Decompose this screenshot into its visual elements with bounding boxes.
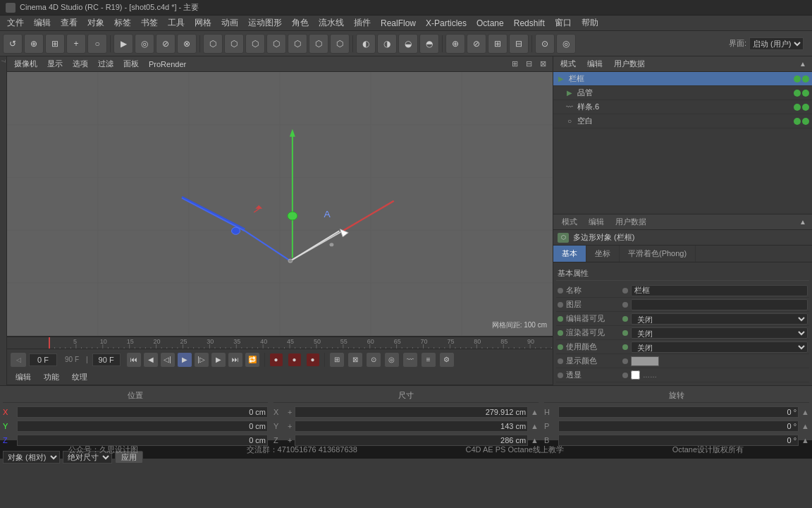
prop-tab-coord[interactable]: 坐标	[586, 246, 620, 262]
toolbar-btn-1-3[interactable]: ⊗	[177, 34, 197, 54]
obj-ctrl-dot1-2[interactable]	[794, 104, 801, 111]
menu-item-1[interactable]: 编辑	[30, 16, 55, 30]
prev-frame-btn[interactable]: ◀	[143, 352, 159, 368]
coord-type-select[interactable]: 对象 (相对)	[3, 451, 60, 464]
prop-tab-basic[interactable]: 基本	[553, 246, 586, 262]
end-frame-input[interactable]	[92, 353, 121, 366]
menu-item-12[interactable]: 插件	[350, 16, 375, 30]
viewport-icon-2[interactable]: ⊟	[523, 59, 534, 70]
toolbar-btn-2-4[interactable]: ⬡	[288, 34, 307, 54]
vp-prorender-menu[interactable]: ProRender	[146, 59, 189, 69]
anim-btn[interactable]: ◎	[384, 352, 400, 368]
coord-size-y-input[interactable]	[295, 421, 528, 432]
coord-pos-y-input[interactable]	[17, 421, 268, 432]
toolbar-btn-0-4[interactable]: ○	[87, 34, 107, 54]
toolbar-btn-1-2[interactable]: ⊘	[156, 34, 176, 54]
viewport-icon-1[interactable]: ⊞	[509, 59, 520, 70]
vp-display-menu[interactable]: 显示	[44, 58, 66, 70]
prop-tab-userdata[interactable]: 用户数据	[611, 215, 651, 229]
coord-rot-p-input[interactable]	[558, 421, 799, 432]
vp-filter-menu[interactable]: 过滤	[95, 58, 116, 70]
obj-ctrl-dot2-2[interactable]	[802, 104, 809, 111]
coord-rot-arr-b[interactable]: ▲	[801, 436, 809, 445]
menu-item-4[interactable]: 标签	[110, 16, 135, 30]
menu-item-15[interactable]: Octane	[472, 17, 508, 30]
prop-tab-phong[interactable]: 平滑着色(Phong)	[620, 246, 696, 262]
menu-item-8[interactable]: 动画	[217, 16, 242, 30]
menu-item-0[interactable]: 文件	[3, 16, 28, 30]
tab-texture[interactable]: 纹理	[68, 370, 92, 384]
object-row-0[interactable]: ▶ 栏框	[553, 72, 812, 86]
vp-options-menu[interactable]: 选项	[70, 58, 91, 70]
coord-size-arr-y[interactable]: ▲	[531, 422, 539, 430]
menu-item-13[interactable]: RealFlow	[376, 17, 420, 30]
goto-start-btn[interactable]: ⏮	[126, 352, 142, 368]
toolbar-btn-4-3[interactable]: ⊟	[509, 34, 529, 54]
obj-ctrl-dot1-1[interactable]	[794, 90, 801, 97]
obj-tab-userdata[interactable]: 用户数据	[611, 57, 648, 71]
prop-select-render[interactable]: 关闭开启	[631, 327, 808, 339]
interface-select[interactable]: 启动 (用户)	[749, 37, 804, 50]
prop-tab-edit[interactable]: 编辑	[584, 215, 608, 229]
prop-value-name[interactable]	[631, 285, 808, 296]
3d-viewport[interactable]: A 网格间距: 100 cm	[7, 72, 553, 336]
toolbar-btn-3-3[interactable]: ◓	[419, 34, 439, 54]
obj-tab-edit[interactable]: 编辑	[584, 57, 605, 71]
toolbar-btn-2-3[interactable]: ⬡	[266, 34, 286, 54]
tab-edit[interactable]: 编辑	[11, 370, 35, 384]
menu-item-18[interactable]: 帮助	[577, 16, 603, 30]
goto-end-btn[interactable]: ⏭	[228, 352, 243, 368]
toolbar-btn-0-2[interactable]: ⊞	[45, 34, 65, 54]
record-btn[interactable]: ●	[269, 353, 283, 367]
obj-icon-1[interactable]: ▲	[798, 59, 808, 69]
curve-btn[interactable]: 〰	[402, 352, 418, 368]
object-row-2[interactable]: 〰 样条.6	[553, 100, 812, 114]
record-rot-btn[interactable]: ●	[306, 353, 320, 367]
key-add-btn[interactable]: ⊞	[329, 352, 345, 368]
coord-rot-arr-p[interactable]: ▲	[801, 422, 809, 430]
toolbar-btn-1-0[interactable]: ▶	[113, 34, 133, 54]
toolbar-btn-0-0[interactable]: ↺	[3, 34, 23, 54]
timeline-btn[interactable]: ≡	[421, 352, 436, 368]
settings-btn2[interactable]: ⚙	[439, 352, 455, 368]
obj-tab-mode[interactable]: 模式	[558, 57, 579, 71]
toolbar-btn-1-1[interactable]: ◎	[135, 34, 154, 54]
current-frame-input[interactable]	[29, 353, 57, 366]
obj-ctrl-dot1-0[interactable]	[794, 75, 801, 83]
menu-item-3[interactable]: 对象	[83, 16, 109, 30]
toolbar-btn-2-2[interactable]: ⬡	[245, 34, 265, 54]
motion-btn[interactable]: ⊙	[366, 352, 381, 368]
toolbar-btn-0-1[interactable]: ⊕	[24, 34, 44, 54]
toolbar-btn-2-0[interactable]: ⬡	[203, 34, 223, 54]
play-btn[interactable]: ▶	[177, 352, 192, 368]
toolbar-btn-4-1[interactable]: ⊘	[467, 34, 486, 54]
vp-panel-menu[interactable]: 面板	[121, 58, 142, 70]
toolbar-btn-2-1[interactable]: ⬡	[224, 34, 244, 54]
prev-key-btn[interactable]: ◁|	[160, 352, 176, 368]
coord-rot-arr-h[interactable]: ▲	[801, 408, 809, 416]
coord-size-arr-z[interactable]: ▲	[531, 436, 539, 445]
menu-item-7[interactable]: 网格	[190, 16, 216, 30]
prop-color-dispcolor[interactable]	[631, 356, 659, 366]
toolbar-btn-2-5[interactable]: ⬡	[309, 34, 328, 54]
toolbar-btn-3-0[interactable]: ◐	[356, 34, 376, 54]
toolbar-btn-4-0[interactable]: ⊕	[445, 34, 465, 54]
object-row-3[interactable]: ○ 空白	[553, 114, 812, 128]
obj-ctrl-dot1-3[interactable]	[794, 118, 801, 125]
prop-tab-mode[interactable]: 模式	[558, 215, 582, 229]
next-frame-btn[interactable]: ▶	[211, 352, 226, 368]
coord-rot-h-input[interactable]	[558, 406, 799, 418]
menu-item-5[interactable]: 书签	[137, 16, 162, 30]
coord-pos-x-input[interactable]	[17, 406, 268, 418]
viewport-icon-3[interactable]: ⊠	[537, 59, 548, 70]
prop-select-editor[interactable]: 关闭开启	[631, 313, 808, 325]
coord-size-arr-x[interactable]: ▲	[531, 408, 539, 416]
toolbar-btn-0-3[interactable]: +	[66, 34, 86, 54]
menu-item-16[interactable]: Redshift	[510, 17, 549, 30]
menu-item-14[interactable]: X-Particles	[422, 17, 471, 30]
menu-item-6[interactable]: 工具	[164, 16, 189, 30]
menu-item-17[interactable]: 窗口	[550, 16, 576, 30]
toolbar-btn-3-2[interactable]: ◒	[398, 34, 418, 54]
next-key-btn[interactable]: |▷	[194, 352, 209, 368]
prop-value-layer[interactable]	[631, 299, 808, 310]
